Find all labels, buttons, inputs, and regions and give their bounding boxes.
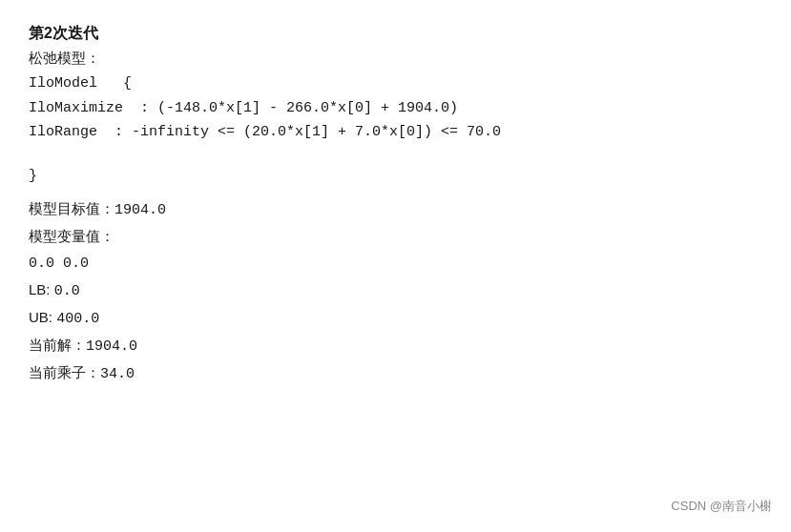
- variable-values-line: 0.0 0.0: [29, 249, 762, 276]
- lb-line: LB: 0.0: [29, 276, 762, 304]
- current-multiplier-value: 34.0: [100, 366, 135, 382]
- ub-value: 400.0: [56, 311, 99, 327]
- lb-label: LB:: [29, 281, 54, 297]
- current-solution-value: 1904.0: [86, 338, 137, 355]
- lb-value: 0.0: [54, 283, 80, 299]
- code-block: IloModel { IloMaximize : (-148.0*x[1] - …: [29, 72, 762, 188]
- code-line-2: IloMaximize : (-148.0*x[1] - 266.0*x[0] …: [29, 96, 762, 121]
- code-blank-line: [29, 145, 762, 164]
- variable-label: 模型变量值：: [29, 228, 114, 244]
- objective-label: 模型目标值：: [29, 200, 114, 216]
- relaxed-model-label: 松弛模型：: [29, 50, 762, 68]
- variable-values: 0.0 0.0: [29, 256, 89, 272]
- main-content: 第2次迭代 松弛模型： IloModel { IloMaximize : (-1…: [29, 19, 762, 387]
- ub-label: UB:: [29, 309, 56, 325]
- variable-label-line: 模型变量值：: [29, 223, 762, 249]
- code-line-1: IloModel {: [29, 72, 762, 96]
- objective-line: 模型目标值：1904.0: [29, 195, 762, 223]
- ub-line: UB: 400.0: [29, 304, 762, 332]
- code-line-3: IloRange : -infinity <= (20.0*x[1] + 7.0…: [29, 120, 762, 145]
- current-solution-label: 当前解：: [29, 337, 86, 353]
- code-line-4: }: [29, 164, 762, 189]
- current-multiplier-label: 当前乘子：: [29, 364, 100, 380]
- current-multiplier-line: 当前乘子：34.0: [29, 359, 762, 387]
- current-solution-line: 当前解：1904.0: [29, 332, 762, 359]
- iteration-title: 第2次迭代: [29, 24, 762, 44]
- watermark: CSDN @南音小榭: [671, 498, 772, 515]
- objective-value: 1904.0: [114, 202, 166, 218]
